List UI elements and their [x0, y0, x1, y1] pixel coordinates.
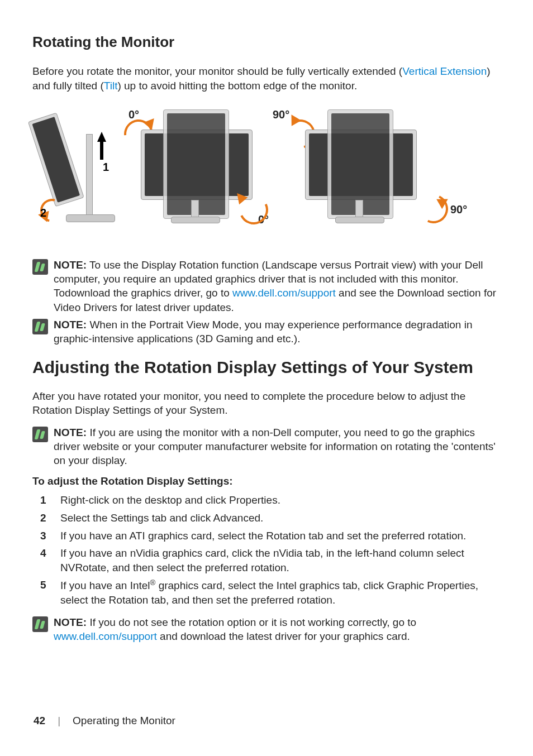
link-tilt[interactable]: Tilt	[104, 80, 118, 92]
step5-pre: If you have an Intel	[60, 580, 150, 592]
intro-text-post: ) up to avoid hitting the bottom edge of…	[117, 80, 357, 92]
monitor-side-tilted	[28, 113, 84, 207]
note-block-1: NOTE: To use the Display Rotation functi…	[32, 258, 501, 314]
stand-base-right	[335, 217, 384, 223]
note-4-text-a: If you do not see the rotation option or…	[87, 616, 416, 628]
chapter-title: Operating the Monitor	[73, 715, 175, 727]
note-4-text-b: and download the latest driver for your …	[157, 630, 410, 642]
heading-adjusting: Adjusting the Rotation Display Settings …	[32, 358, 501, 377]
link-dell-support-2[interactable]: www.dell.com/support	[54, 630, 157, 642]
note-icon	[32, 427, 48, 442]
note-2-label: NOTE:	[54, 319, 87, 331]
step-4: 4 If you have an nVidia graphics card, c…	[32, 546, 501, 575]
step-3: 3 If you have an ATI graphics card, sele…	[32, 529, 501, 543]
step-text: If you have an Intel® graphics card, sel…	[60, 578, 501, 607]
paragraph-after-rotate: After you have rotated your monitor, you…	[32, 389, 501, 418]
step-1: 1 Right-click on the desktop and click P…	[32, 493, 501, 508]
note-3-body: NOTE: If you are using the monitor with …	[54, 425, 501, 467]
step-text: If you have an ATI graphics card, select…	[60, 529, 501, 543]
note-4-label: NOTE:	[54, 616, 87, 628]
step-text: Right-click on the desktop and click Pro…	[60, 493, 501, 508]
stand-base-mid	[171, 217, 220, 223]
intro-text-pre: Before you rotate the monitor, your moni…	[32, 65, 402, 77]
procedure-title: To adjust the Rotation Display Settings:	[32, 475, 501, 487]
procedure-list: 1 Right-click on the desktop and click P…	[32, 493, 501, 607]
footer-separator: |	[58, 715, 60, 727]
stand-pole-left	[86, 134, 93, 216]
step-num: 1	[40, 493, 49, 508]
note-icon	[32, 259, 48, 275]
note-3-text: If you are using the monitor with a non-…	[54, 427, 496, 466]
note-2-text: When in the Portrait View Mode, you may …	[54, 319, 472, 344]
stand-pole-right	[355, 200, 363, 219]
figure-rotation: 1 2 0° 0° 90° 90°	[32, 101, 501, 243]
step-num: 2	[40, 511, 49, 525]
figure-label-2: 2	[40, 207, 46, 219]
heading-rotating: Rotating the Monitor	[32, 34, 501, 51]
stand-base-left	[66, 214, 115, 222]
intro-paragraph: Before you rotate the monitor, your moni…	[32, 64, 501, 93]
note-block-2: NOTE: When in the Portrait View Mode, yo…	[32, 318, 501, 346]
stand-pole-mid	[191, 200, 199, 219]
step-5: 5 If you have an Intel® graphics card, s…	[32, 578, 501, 607]
link-vertical-extension[interactable]: Vertical Extension	[402, 65, 487, 77]
link-dell-support-1[interactable]: www.dell.com/support	[232, 287, 336, 299]
note-3-label: NOTE:	[54, 427, 87, 438]
page-number: 42	[34, 715, 45, 727]
note-block-3: NOTE: If you are using the monitor with …	[32, 425, 501, 467]
page-footer: 42 | Operating the Monitor	[34, 715, 175, 727]
step-num: 3	[40, 529, 49, 543]
arrow-curve-90b-icon	[415, 190, 453, 228]
note-1-label: NOTE:	[54, 259, 87, 271]
label-90deg-bottom: 90°	[450, 203, 467, 216]
figure-label-1: 1	[103, 161, 109, 174]
step-num: 5	[40, 578, 49, 607]
note-2-body: NOTE: When in the Portrait View Mode, yo…	[54, 318, 501, 346]
step-text: Select the Settings tab and click Advanc…	[60, 511, 501, 525]
step-2: 2 Select the Settings tab and click Adva…	[32, 511, 501, 525]
note-4-body: NOTE: If you do not see the rotation opt…	[54, 615, 501, 643]
step-num: 4	[40, 546, 49, 575]
note-icon	[32, 616, 48, 632]
step-text: If you have an nVidia graphics card, cli…	[60, 546, 501, 575]
label-90deg-top: 90°	[273, 108, 289, 121]
note-block-4: NOTE: If you do not see the rotation opt…	[32, 615, 501, 643]
document-page: Rotating the Monitor Before you rotate t…	[0, 0, 533, 756]
arrow-vertical-stem	[100, 141, 103, 160]
note-icon	[32, 319, 48, 334]
note-1-body: NOTE: To use the Display Rotation functi…	[54, 258, 501, 314]
registered-symbol: ®	[150, 578, 156, 587]
